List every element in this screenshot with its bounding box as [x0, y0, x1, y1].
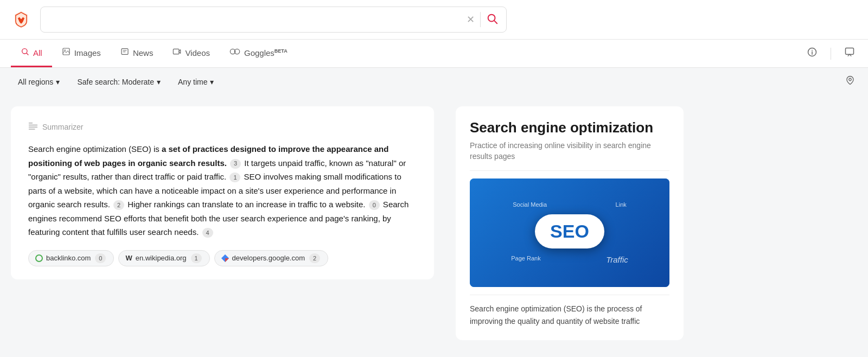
tab-all[interactable]: All — [11, 40, 52, 67]
citation-1: 1 — [229, 173, 240, 182]
source-wikipedia[interactable]: W en.wikipedia.org 1 — [118, 250, 209, 266]
time-chevron-icon: ▾ — [210, 78, 214, 86]
wikipedia-label: en.wikipedia.org — [136, 254, 187, 262]
safe-search-chevron-icon: ▾ — [157, 78, 161, 86]
brave-logo — [11, 9, 31, 30]
svg-marker-25 — [225, 258, 229, 262]
clear-search-button[interactable]: ✕ — [464, 12, 477, 27]
sidebar-card: Search engine optimization Practice of i… — [456, 106, 684, 340]
svg-point-6 — [64, 50, 65, 51]
sidebar-title: Search engine optimization — [470, 119, 669, 136]
svg-point-18 — [849, 78, 852, 81]
backlinko-label: backlinko.com — [46, 254, 91, 262]
google-label: developers.google.com — [232, 254, 305, 262]
citation-2: 2 — [113, 200, 124, 210]
seo-tag-link: Link — [616, 201, 627, 208]
tab-news[interactable]: News — [111, 40, 163, 67]
summarizer-label: Summarizer — [42, 123, 83, 131]
seo-image-bg: Social Media Link SEO Page Rank Traffic — [470, 178, 669, 287]
news-icon — [120, 47, 129, 58]
header: what is seo ✕ — [0, 0, 868, 40]
all-search-icon — [21, 47, 29, 58]
sidebar-divider — [470, 170, 669, 171]
tab-news-label: News — [133, 48, 154, 58]
goggles-beta-badge: BETA — [275, 48, 288, 54]
regions-filter[interactable]: All regions ▾ — [11, 74, 67, 90]
info-button[interactable] — [805, 44, 820, 62]
svg-marker-24 — [221, 254, 229, 258]
nav-tabs: All Images News Videos — [0, 40, 868, 68]
citation-0: 0 — [369, 200, 380, 210]
seo-tag-traffic: Traffic — [606, 255, 628, 264]
time-filter[interactable]: Any time ▾ — [171, 74, 221, 90]
regions-filter-label: All regions — [18, 78, 53, 86]
sidebar-divider-2 — [470, 295, 669, 295]
search-bar: what is seo ✕ — [40, 7, 507, 33]
search-input[interactable]: what is seo — [40, 7, 507, 33]
tab-videos-label: Videos — [185, 48, 210, 58]
seo-tag-pagerank: Page Rank — [511, 255, 540, 264]
tab-goggles[interactable]: GogglesBETA — [220, 40, 297, 67]
citation-3: 3 — [230, 159, 241, 169]
goggles-icon — [229, 47, 240, 58]
source-backlinko[interactable]: backlinko.com 0 — [28, 250, 114, 266]
tab-goggles-label: GogglesBETA — [244, 48, 288, 58]
svg-rect-17 — [846, 48, 854, 55]
sources-bar: backlinko.com 0 W en.wikipedia.org 1 — [28, 250, 417, 266]
wikipedia-icon: W — [125, 254, 132, 262]
nav-divider — [831, 48, 831, 60]
sidebar-description: Search engine optimization (SEO) is the … — [470, 303, 669, 327]
regions-chevron-icon: ▾ — [56, 78, 60, 86]
citation-4: 4 — [202, 228, 213, 238]
summary-text: Search engine optimization (SEO) is a se… — [28, 142, 417, 239]
images-icon — [62, 47, 71, 58]
search-submit-button[interactable] — [484, 10, 500, 29]
feedback-button[interactable] — [842, 44, 857, 62]
tab-videos[interactable]: Videos — [163, 40, 220, 67]
safe-search-filter[interactable]: Safe search: Moderate ▾ — [70, 74, 168, 90]
svg-rect-10 — [174, 49, 180, 54]
tab-images-label: Images — [74, 48, 101, 58]
summarizer-card: Summarizer Search engine optimization (S… — [11, 106, 434, 279]
wikipedia-count: 1 — [191, 253, 202, 263]
search-icon — [486, 12, 498, 24]
svg-point-16 — [812, 50, 813, 51]
tab-all-label: All — [33, 48, 42, 58]
seo-tag-social: Social Media — [513, 201, 547, 208]
safe-search-filter-label: Safe search: Moderate — [77, 78, 154, 86]
summarizer-icon — [28, 122, 38, 132]
backlinko-icon — [35, 254, 43, 262]
sidebar-column: Search engine optimization Practice of i… — [456, 106, 684, 349]
summarizer-header: Summarizer — [28, 122, 417, 132]
seo-image: Social Media Link SEO Page Rank Traffic — [470, 178, 669, 287]
sidebar-subtitle: Practice of increasing online visibility… — [470, 141, 669, 162]
tab-images[interactable]: Images — [52, 40, 111, 67]
main-layout: Summarizer Search engine optimization (S… — [0, 95, 857, 349]
svg-line-2 — [494, 21, 497, 23]
filter-bar: All regions ▾ Safe search: Moderate ▾ An… — [0, 68, 868, 95]
google-count: 2 — [309, 253, 320, 263]
results-column: Summarizer Search engine optimization (S… — [11, 106, 434, 349]
source-google[interactable]: developers.google.com 2 — [214, 250, 328, 266]
google-icon — [221, 254, 229, 262]
search-divider — [480, 12, 481, 27]
videos-icon — [173, 47, 181, 58]
seo-bubble: SEO — [535, 214, 604, 248]
summary-bold-1: a set of practices designed to improve t… — [28, 144, 388, 168]
location-icon-wrapper — [843, 73, 857, 90]
location-button[interactable] — [843, 73, 857, 90]
nav-right-icons — [805, 44, 857, 62]
svg-line-4 — [27, 53, 28, 55]
backlinko-count: 0 — [95, 253, 106, 263]
time-filter-label: Any time — [178, 78, 207, 86]
svg-rect-7 — [122, 49, 128, 55]
